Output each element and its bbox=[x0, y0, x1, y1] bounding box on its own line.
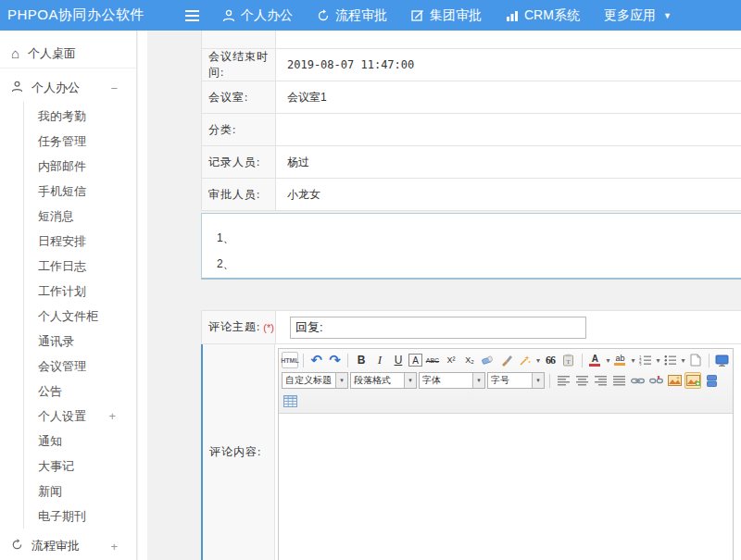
flow-refresh-icon bbox=[11, 539, 23, 554]
bullet-list-button[interactable] bbox=[662, 352, 679, 368]
sidebar-item-personal-settings[interactable]: 个人设置 + bbox=[24, 404, 136, 429]
sidebar-item-announcement[interactable]: 公告 bbox=[24, 379, 136, 404]
main-content: 会议结束时间: 2019-08-07 11:47:00 会议室: 会议室1 分类… bbox=[147, 31, 741, 560]
insert-image-button[interactable] bbox=[666, 372, 683, 389]
highlight-color-caret-icon[interactable]: ▾ bbox=[631, 356, 634, 365]
superscript-button[interactable]: X² bbox=[443, 352, 459, 368]
align-justify-button[interactable] bbox=[610, 372, 627, 389]
nav-label: 集团审批 bbox=[430, 7, 482, 24]
comment-subject-label: 评论主题: (*) bbox=[202, 311, 276, 343]
sidebar-item-work-plan[interactable]: 工作计划 bbox=[24, 279, 136, 304]
underline-button[interactable]: U bbox=[390, 352, 407, 368]
sidebar-item-e-journal[interactable]: 电子期刊 bbox=[24, 504, 136, 529]
undo-button[interactable]: ↶ bbox=[308, 352, 324, 368]
note-line: 1、 bbox=[217, 225, 741, 251]
insert-image-advanced-button[interactable] bbox=[684, 372, 701, 389]
sidebar-item-events[interactable]: 大事记 bbox=[24, 454, 136, 479]
sidebar-item-short-message[interactable]: 短消息 bbox=[24, 204, 136, 229]
expand-icon[interactable]: + bbox=[110, 540, 118, 554]
eraser-button[interactable] bbox=[480, 352, 496, 368]
sidebar-item-sms[interactable]: 手机短信 bbox=[24, 179, 136, 204]
nav-more-apps[interactable]: 更多应用 ▼ bbox=[604, 7, 672, 24]
table-row-recorder: 记录人员: 杨过 bbox=[202, 146, 741, 179]
bullet-list-caret-icon[interactable]: ▾ bbox=[682, 356, 685, 365]
editor-content-area[interactable] bbox=[279, 414, 733, 560]
sidebar-item-tasks[interactable]: 任务管理 bbox=[24, 129, 136, 154]
sidebar-item-contacts[interactable]: 通讯录 bbox=[24, 329, 136, 354]
align-center-button[interactable] bbox=[573, 372, 590, 389]
nav-label: 更多应用 bbox=[604, 7, 656, 24]
toolbar-row-3 bbox=[282, 391, 730, 411]
insert-link-button[interactable] bbox=[629, 372, 646, 389]
sidebar-item-file-cabinet[interactable]: 个人文件柜 bbox=[24, 304, 136, 329]
meeting-notes-textarea[interactable]: 1、 2、 bbox=[201, 213, 741, 280]
highlight-color-button[interactable]: ab bbox=[611, 352, 628, 368]
magic-format-caret-icon[interactable]: ▾ bbox=[536, 356, 540, 365]
sidebar-item-internal-mail[interactable]: 内部邮件 bbox=[24, 154, 136, 179]
insert-table-button[interactable] bbox=[282, 392, 298, 409]
italic-button[interactable]: I bbox=[371, 352, 388, 368]
user-icon bbox=[222, 9, 235, 22]
paste-text-button[interactable]: T bbox=[560, 352, 577, 368]
sidebar-scroll-gutter[interactable] bbox=[138, 31, 147, 560]
bold-button[interactable]: B bbox=[353, 352, 370, 368]
nav-flow-approval[interactable]: 流程审批 bbox=[317, 7, 387, 24]
comment-subject-input[interactable] bbox=[290, 317, 586, 339]
align-right-button[interactable] bbox=[592, 372, 609, 389]
sidebar-item-desktop[interactable]: ⌂ 个人桌面 bbox=[0, 39, 136, 68]
table-row-category: 分类: bbox=[202, 114, 741, 146]
sidebar: ⌂ 个人桌面 个人办公 − 我的考勤 任务管理 内部邮件 手机短信 短消息 日程… bbox=[0, 31, 137, 560]
toolbar-row-1: HTML ↶ ↷ B I U A ABC X² bbox=[282, 350, 730, 370]
font-style-button[interactable]: A bbox=[408, 354, 422, 367]
expand-icon[interactable]: + bbox=[108, 409, 116, 423]
fullscreen-button[interactable] bbox=[713, 352, 730, 368]
insert-media-button[interactable] bbox=[703, 372, 720, 389]
svg-text:3: 3 bbox=[639, 363, 642, 367]
chevron-down-icon: ▾ bbox=[532, 373, 544, 388]
remove-link-button[interactable] bbox=[647, 372, 664, 389]
paragraph-format-select[interactable]: 段落格式 ▾ bbox=[350, 372, 417, 389]
sidebar-item-attendance[interactable]: 我的考勤 bbox=[24, 104, 136, 129]
redo-button[interactable]: ↷ bbox=[326, 352, 343, 368]
html-source-button[interactable]: HTML bbox=[282, 352, 298, 368]
collapse-icon[interactable]: − bbox=[110, 81, 118, 95]
font-color-button[interactable]: A bbox=[586, 352, 603, 368]
row-value: 小龙女 bbox=[276, 179, 741, 210]
row-label: 审批人员: bbox=[202, 179, 276, 210]
sidebar-item-news[interactable]: 新闻 bbox=[24, 479, 136, 504]
nav-crm-system[interactable]: CRM系统 bbox=[506, 7, 580, 24]
align-left-button[interactable] bbox=[555, 372, 571, 389]
chevron-down-icon: ▾ bbox=[335, 373, 347, 388]
nav-label: 流程审批 bbox=[335, 7, 387, 24]
new-page-button[interactable] bbox=[687, 352, 704, 368]
rich-text-editor: HTML ↶ ↷ B I U A ABC X² bbox=[278, 348, 734, 560]
subscript-button[interactable]: X₂ bbox=[461, 352, 478, 368]
sidebar-group-personal-office[interactable]: 个人办公 − bbox=[0, 74, 136, 102]
chevron-down-icon: ▾ bbox=[472, 373, 484, 388]
font-family-select[interactable]: 字体 ▾ bbox=[419, 372, 485, 389]
hamburger-menu-icon[interactable] bbox=[185, 8, 202, 21]
nav-group-approval[interactable]: 集团审批 bbox=[411, 7, 482, 24]
font-size-select[interactable]: 字号 ▾ bbox=[487, 372, 545, 389]
table-row-approver: 审批人员: 小龙女 bbox=[202, 179, 741, 211]
sidebar-item-label: 流程审批 bbox=[31, 538, 80, 554]
magic-format-button[interactable] bbox=[517, 352, 534, 368]
blockquote-button[interactable]: 66 bbox=[542, 352, 559, 368]
chevron-down-icon: ▼ bbox=[663, 11, 672, 20]
custom-heading-select[interactable]: 自定义标题 ▾ bbox=[282, 372, 348, 389]
sidebar-item-notice[interactable]: 通知 bbox=[24, 429, 136, 454]
strikethrough-button[interactable]: ABC bbox=[424, 352, 441, 368]
top-nav: 个人办公 流程审批 集团审批 CRM系统 更多应用 ▼ bbox=[222, 0, 672, 31]
nav-personal-office[interactable]: 个人办公 bbox=[222, 7, 293, 24]
sidebar-item-work-log[interactable]: 工作日志 bbox=[24, 254, 136, 279]
ordered-list-button[interactable]: 123 bbox=[637, 352, 654, 368]
comment-content-row: 评论内容: HTML ↶ ↷ B bbox=[202, 344, 741, 560]
font-color-caret-icon[interactable]: ▾ bbox=[606, 356, 609, 365]
format-brush-button[interactable] bbox=[498, 352, 515, 368]
sidebar-group-flow-approval[interactable]: 流程审批 + bbox=[0, 532, 136, 560]
ordered-list-caret-icon[interactable]: ▾ bbox=[657, 356, 660, 365]
sidebar-item-meeting-mgmt[interactable]: 会议管理 bbox=[24, 354, 136, 379]
sidebar-item-schedule[interactable]: 日程安排 bbox=[24, 229, 136, 254]
comment-content-label: 评论内容: bbox=[201, 344, 275, 560]
row-value bbox=[276, 114, 741, 145]
